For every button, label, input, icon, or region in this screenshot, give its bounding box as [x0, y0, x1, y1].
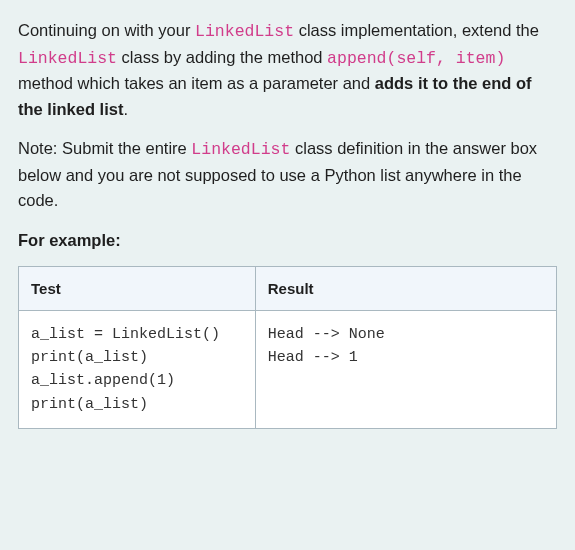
- intro-paragraph: Continuing on with your LinkedList class…: [18, 18, 557, 122]
- linkedlist-code-3: LinkedList: [191, 140, 290, 159]
- intro-text-5: .: [123, 100, 128, 118]
- intro-text-3: class by adding the method: [117, 48, 327, 66]
- note-text-1: Note: Submit the entire: [18, 139, 191, 157]
- table-header-row: Test Result: [19, 266, 557, 310]
- intro-text-4: method which takes an item as a paramete…: [18, 74, 375, 92]
- linkedlist-code-1: LinkedList: [195, 22, 294, 41]
- intro-text-2: class implementation, extend the: [294, 21, 539, 39]
- intro-text-1: Continuing on with your: [18, 21, 195, 39]
- result-cell: Head --> None Head --> 1: [255, 310, 556, 428]
- table-row: a_list = LinkedList() print(a_list) a_li…: [19, 310, 557, 428]
- test-cell: a_list = LinkedList() print(a_list) a_li…: [19, 310, 256, 428]
- linkedlist-code-2: LinkedList: [18, 49, 117, 68]
- append-method-code: append(self, item): [327, 49, 505, 68]
- header-result: Result: [255, 266, 556, 310]
- header-test: Test: [19, 266, 256, 310]
- note-paragraph: Note: Submit the entire LinkedList class…: [18, 136, 557, 214]
- example-table: Test Result a_list = LinkedList() print(…: [18, 266, 557, 429]
- example-heading: For example:: [18, 228, 557, 254]
